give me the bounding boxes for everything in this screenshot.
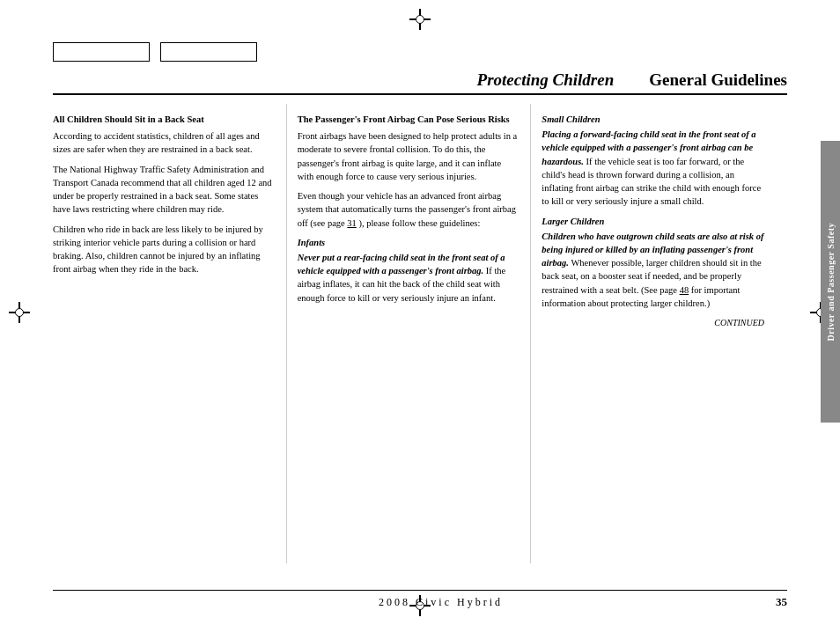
main-content: All Children Should Sit in a Back Seat A…: [53, 104, 787, 563]
side-tab-text: Driver and Passenger Safety: [826, 223, 836, 342]
col2-infants-heading: Infants: [298, 236, 520, 249]
col3-larger-text: Children who have outgrown child seats a…: [542, 230, 764, 310]
col3-larger-heading: Larger Children: [542, 215, 764, 228]
side-tab: Driver and Passenger Safety: [821, 141, 840, 423]
col2-infants-bold: Never put a rear-facing child seat in th…: [298, 253, 505, 276]
footer: 2008 Civic Hybrid 35: [53, 590, 787, 609]
col2-heading: The Passenger's Front Airbag Can Pose Se…: [298, 113, 520, 126]
col2-para2: Even though your vehicle has an advanced…: [298, 189, 520, 230]
col1-para2: The National Highway Traffic Safety Admi…: [53, 163, 276, 217]
page-ref-48[interactable]: 48: [680, 285, 689, 295]
footer-car-model: 2008 Civic Hybrid: [106, 596, 776, 609]
col3-small-heading: Small Children: [542, 113, 764, 126]
col2-intro: Front airbags have been designed to help…: [298, 129, 520, 183]
column-1: All Children Should Sit in a Back Seat A…: [53, 104, 286, 563]
column-2: The Passenger's Front Airbag Can Pose Se…: [287, 104, 531, 563]
page-number: 35: [776, 595, 787, 609]
header-protecting: Protecting Children: [477, 70, 615, 90]
col3-small-text: Placing a forward-facing child seat in t…: [542, 128, 764, 208]
col2-infants-text: Never put a rear-facing child seat in th…: [298, 251, 520, 305]
page: Protecting Children General Guidelines D…: [0, 0, 840, 625]
nav-box-2[interactable]: [160, 42, 257, 62]
col1-para3: Children who ride in back are less likel…: [53, 223, 276, 276]
top-nav-boxes: [53, 42, 257, 62]
page-ref-31[interactable]: 31: [347, 218, 357, 228]
column-3: Small Children Placing a forward-facing …: [531, 104, 787, 563]
col1-heading: All Children Should Sit in a Back Seat: [53, 113, 276, 126]
col3-larger-rest: Whenever possible, larger children shoul…: [542, 258, 761, 308]
header: Protecting Children General Guidelines: [53, 70, 787, 95]
header-titles: Protecting Children General Guidelines: [53, 70, 787, 95]
nav-box-1[interactable]: [53, 42, 150, 62]
header-guidelines: General Guidelines: [649, 70, 787, 90]
continued-label: CONTINUED: [542, 317, 764, 330]
col1-para1: According to accident statistics, childr…: [53, 129, 276, 156]
